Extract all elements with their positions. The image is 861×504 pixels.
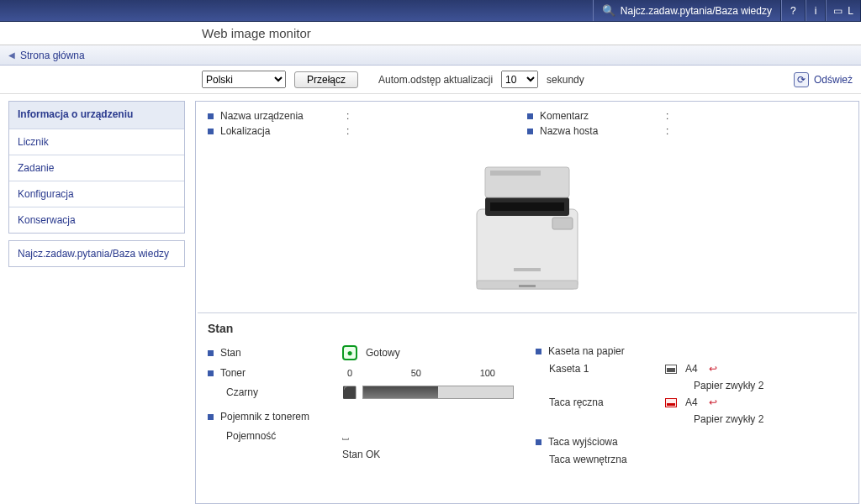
toner-cartridge-icon: ⬛ (342, 386, 356, 399)
output-tray-name: Taca wewnętrzna (536, 454, 662, 465)
tray-row: Taca ręczna A4 ↩ (536, 394, 847, 411)
svg-rect-6 (490, 171, 541, 176)
paper-type: Papier zwykły 2 (536, 380, 763, 391)
paper-size: A4 (685, 396, 704, 408)
sidebar-item-job[interactable]: Zadanie (9, 155, 184, 181)
location-label: Lokalizacja (220, 125, 346, 137)
hostname-label: Nazwa hosta (540, 125, 666, 137)
toner-scale-mid: 50 (411, 368, 421, 378)
bullet-icon (208, 129, 214, 134)
toner-scale-max: 100 (480, 368, 495, 378)
toner-color-label: Czarny (208, 386, 342, 398)
sidebar-item-device-info[interactable]: Informacja o urządzeniu (9, 102, 184, 129)
toner-scale-min: 0 (347, 368, 352, 378)
search-doc-icon: 🔍 (602, 4, 615, 17)
help-link[interactable]: ? (781, 0, 806, 21)
waste-label: Pojemnik z tonerem (220, 411, 309, 423)
seconds-label: sekundy (547, 74, 584, 86)
bullet-icon (208, 414, 214, 420)
paper-type: Papier zwykły 2 (536, 413, 763, 425)
svg-rect-4 (490, 202, 564, 211)
bullet-icon (536, 349, 541, 354)
refresh-label: Odśwież (814, 74, 853, 86)
toner-label: Toner (220, 367, 246, 379)
ready-icon: ● (342, 345, 357, 360)
refresh-icon: ⟳ (794, 72, 809, 87)
state-label: Stan (220, 347, 241, 359)
sidebar-item-config[interactable]: Konfiguracja (9, 181, 184, 207)
chevron-left-icon: ◀ (8, 50, 15, 60)
status-heading: Stan (208, 322, 847, 335)
info-link[interactable]: i (806, 0, 827, 21)
printer-image (196, 147, 858, 312)
printer-icon (460, 159, 594, 302)
app-title: Web image monitor (202, 26, 311, 40)
switch-button[interactable]: Przełącz (294, 71, 358, 88)
device-name-label: Nazwa urządzenia (220, 110, 346, 122)
interval-select[interactable]: 10 (501, 71, 538, 88)
device-info-block: Nazwa urządzenia : Lokalizacja : Komenta… (196, 102, 858, 147)
sidebar: Informacja o urządzeniu Licznik Zadanie … (8, 101, 185, 274)
auto-refresh-label: Autom.odstęp aktualizacji (378, 74, 493, 86)
tray-name: Kaseta 1 (536, 363, 662, 375)
sidebar-item-kb[interactable]: Najcz.zadaw.pytania/Baza wiedzy (9, 241, 184, 266)
svg-rect-2 (519, 285, 536, 287)
bullet-icon (208, 370, 214, 376)
bullet-icon (208, 113, 214, 119)
login-link[interactable]: ▭ L (826, 0, 861, 21)
toner-fill (363, 386, 438, 398)
tray-name: Taca ręczna (536, 396, 662, 408)
paper-size: A4 (685, 363, 704, 375)
bullet-icon (536, 439, 541, 445)
app-title-row: Web image monitor (0, 22, 861, 45)
sidebar-item-counter[interactable]: Licznik (9, 129, 184, 155)
help-icon: ? (790, 5, 796, 17)
screen-icon: ▭ (833, 5, 843, 17)
refresh-link[interactable]: ⟳ Odśwież (794, 72, 853, 87)
orientation-icon: ↩ (709, 396, 717, 408)
sidebar-group-kb: Najcz.zadaw.pytania/Baza wiedzy (8, 240, 185, 267)
svg-rect-8 (514, 268, 541, 271)
tray-low-icon (665, 398, 677, 407)
state-value: Gotowy (366, 347, 400, 359)
comment-label: Komentarz (540, 110, 666, 122)
kb-link[interactable]: 🔍 Najcz.zadaw.pytania/Baza wiedzy (593, 0, 781, 21)
kb-link-label: Najcz.zadaw.pytania/Baza wiedzy (621, 5, 772, 17)
output-tray-label: Taca wyjściowa (548, 436, 618, 448)
toner-bar (362, 386, 514, 399)
info-icon: i (815, 5, 817, 17)
status-block: Stan Stan ● Gotowy Toner (196, 313, 858, 480)
top-bar: 🔍 Najcz.zadaw.pytania/Baza wiedzy ? i ▭ … (0, 0, 861, 22)
content-panel: Nazwa urządzenia : Lokalizacja : Komenta… (195, 101, 859, 504)
controls-row: Polski Przełącz Autom.odstęp aktualizacj… (0, 66, 861, 94)
bullet-icon (527, 129, 533, 134)
waste-bin-icon: ⎵ (342, 429, 356, 442)
waste-status: Stan OK (342, 449, 380, 460)
orientation-icon: ↩ (709, 363, 717, 375)
sidebar-group-main: Informacja o urządzeniu Licznik Zadanie … (8, 101, 185, 234)
svg-rect-7 (552, 218, 573, 229)
breadcrumb[interactable]: ◀ Strona główna (0, 45, 861, 66)
tray-full-icon (665, 365, 677, 374)
language-select[interactable]: Polski (202, 71, 286, 88)
breadcrumb-label: Strona główna (20, 50, 85, 61)
paper-tray-label: Kaseta na papier (548, 345, 625, 357)
bullet-icon (208, 350, 214, 356)
waste-sub-label: Pojemność (208, 430, 342, 442)
sidebar-item-maintenance[interactable]: Konserwacja (9, 207, 184, 233)
tray-row: Kaseta 1 A4 ↩ (536, 360, 847, 377)
bullet-icon (527, 113, 533, 119)
login-label: L (848, 5, 853, 17)
